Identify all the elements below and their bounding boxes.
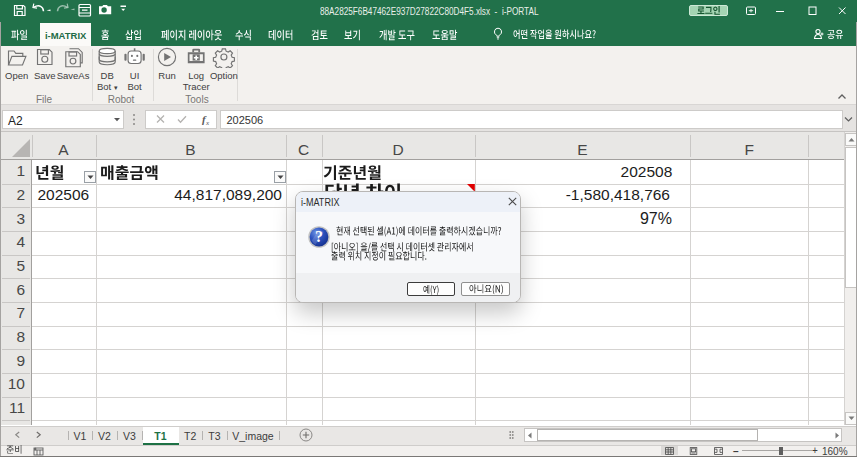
svg-text:?: ?	[315, 228, 323, 245]
svg-text:x: x	[205, 119, 210, 127]
